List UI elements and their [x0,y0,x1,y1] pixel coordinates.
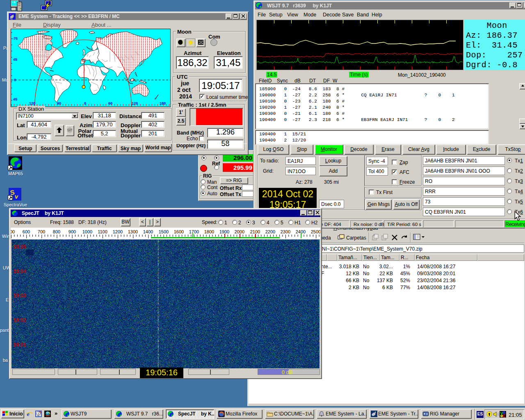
svg-text:1200: 1200 [113,229,123,234]
svg-text:600: 600 [23,229,30,234]
svg-text:1400: 1400 [143,229,153,234]
svg-text:0: 0 [14,78,16,82]
svg-text:1700: 1700 [189,229,199,234]
svg-text:2000: 2000 [235,229,244,234]
svg-text:2500: 2500 [311,229,320,234]
svg-text:1800: 1800 [204,229,214,234]
svg-text:800: 800 [53,229,60,234]
svg-text:700: 700 [38,229,45,234]
svg-text:2100: 2100 [250,229,260,234]
svg-text:900: 900 [68,229,76,234]
svg-text:1100: 1100 [98,229,107,234]
svg-text:45: 45 [13,97,17,101]
svg-text:1600: 1600 [174,229,184,234]
svg-text:2300: 2300 [281,229,290,234]
svg-text:60: 60 [57,101,61,105]
svg-text:45: 45 [13,57,17,62]
svg-text:1000: 1000 [82,229,92,234]
svg-text:1300: 1300 [128,229,138,234]
svg-text:2200: 2200 [265,229,275,234]
svg-text:v: v [14,193,19,200]
svg-text:1500: 1500 [159,229,169,234]
svg-text:00: 00 [11,229,15,234]
svg-text:1900: 1900 [219,229,229,234]
svg-text:-75: -75 [12,37,18,41]
